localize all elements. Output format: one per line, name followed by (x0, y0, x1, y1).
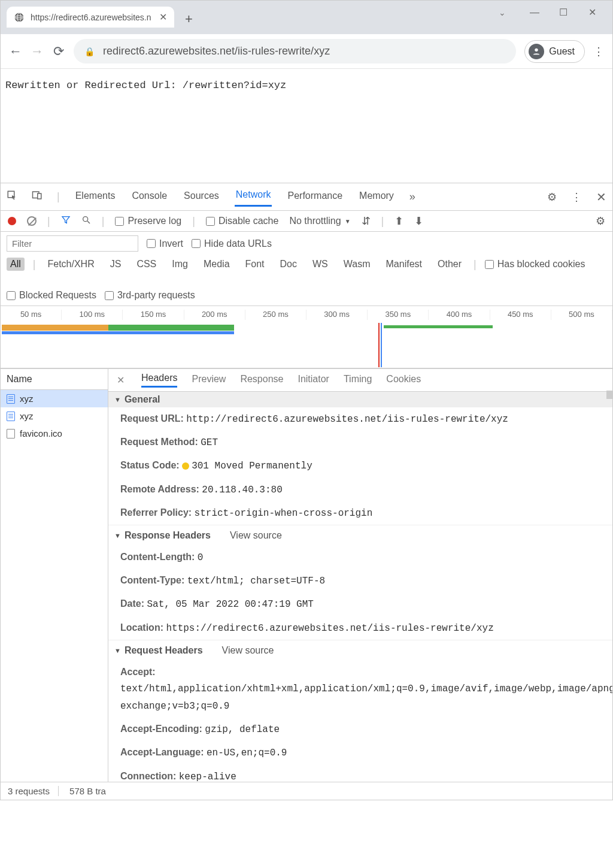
hide-data-urls-checkbox[interactable]: Hide data URLs (192, 238, 272, 249)
request-row[interactable]: xyz (1, 390, 108, 407)
lock-icon[interactable]: 🔒 (84, 47, 95, 56)
filter-doc[interactable]: Doc (277, 258, 301, 271)
time-tick: 100 ms (62, 310, 123, 320)
tab-response[interactable]: Response (240, 374, 283, 387)
filter-other[interactable]: Other (434, 258, 465, 271)
tab-timing[interactable]: Timing (344, 374, 372, 387)
load-event-line (378, 323, 380, 367)
filter-input[interactable] (7, 235, 138, 252)
chevron-down-icon[interactable]: ⌄ (497, 8, 507, 17)
network-conditions-icon[interactable]: ⇵ (362, 214, 371, 228)
header-value: GET (201, 437, 218, 448)
reload-button[interactable]: ⟳ (52, 44, 65, 59)
header-key: Request URL: (120, 413, 186, 424)
scrollbar-thumb[interactable] (606, 391, 612, 399)
profile-button[interactable]: Guest (524, 40, 585, 63)
tab-close-icon[interactable]: ✕ (159, 11, 167, 23)
tab-title: https://redirect6.azurewebsites.n (31, 13, 151, 22)
filter-all[interactable]: All (7, 258, 25, 271)
section-general[interactable]: ▼General (108, 392, 612, 407)
filter-manifest[interactable]: Manifest (383, 258, 426, 271)
timeline-overview[interactable]: 50 ms100 ms150 ms200 ms250 ms300 ms350 m… (1, 306, 612, 368)
minimize-button[interactable]: — (530, 7, 539, 18)
header-row: Location: https://redirect6.azurewebsite… (108, 616, 612, 640)
header-row: Status Code: 301 Moved Permanently (108, 454, 612, 477)
section-response-headers[interactable]: ▼Response HeadersView source (108, 525, 612, 546)
filter-wasm[interactable]: Wasm (340, 258, 374, 271)
svg-line-9 (87, 221, 90, 223)
network-controls: | | Preserve log | Disable cache No thro… (1, 211, 612, 232)
upload-har-icon[interactable]: ⬆ (394, 214, 403, 228)
time-tick: 300 ms (306, 310, 368, 320)
throttling-select[interactable]: No throttling▼ (289, 216, 350, 226)
filter-css[interactable]: CSS (133, 258, 160, 271)
tab-elements[interactable]: Elements (74, 188, 117, 206)
devtools-menu-icon[interactable]: ⋮ (571, 190, 582, 204)
back-button[interactable]: ← (9, 44, 22, 59)
tab-cookies[interactable]: Cookies (386, 374, 421, 387)
blocked-requests-checkbox[interactable]: Blocked Requests (7, 290, 96, 301)
invert-checkbox[interactable]: Invert (147, 238, 183, 249)
time-tick: 200 ms (184, 310, 245, 320)
device-toggle-icon[interactable] (32, 190, 43, 204)
header-value: 0 (198, 552, 204, 563)
tab-sources[interactable]: Sources (183, 188, 220, 206)
filter-media[interactable]: Media (200, 258, 233, 271)
view-source-link[interactable]: View source (230, 530, 282, 541)
filter-ws[interactable]: WS (309, 258, 332, 271)
header-value: strict-origin-when-cross-origin (195, 508, 373, 519)
timeline-bar-scripting (384, 325, 493, 328)
address-bar[interactable]: 🔒 redirect6.azurewebsites.net/iis-rules-… (74, 39, 516, 63)
page-content: Rewritten or Redirected Url: /rewritten?… (1, 69, 612, 183)
inspect-icon[interactable] (7, 190, 17, 204)
tab-memory[interactable]: Memory (358, 188, 395, 206)
disable-cache-checkbox[interactable]: Disable cache (206, 216, 279, 226)
tab-console[interactable]: Console (131, 188, 168, 206)
request-list-header[interactable]: Name (1, 369, 108, 390)
tab-network[interactable]: Network (235, 187, 272, 207)
filter-font[interactable]: Font (242, 258, 268, 271)
maximize-button[interactable]: ☐ (559, 7, 568, 18)
header-row: Request Method: GET (108, 431, 612, 454)
header-key: Connection: (120, 771, 179, 781)
third-party-checkbox[interactable]: 3rd-party requests (105, 290, 195, 301)
browser-menu-icon[interactable]: ⋮ (593, 45, 604, 58)
record-button[interactable] (8, 217, 16, 225)
forward-button[interactable]: → (31, 44, 44, 59)
filter-img[interactable]: Img (168, 258, 192, 271)
details-close-icon[interactable]: ✕ (117, 374, 125, 386)
tab-headers[interactable]: Headers (141, 373, 177, 388)
network-status-bar: 3 requests 578 B tra (1, 782, 612, 800)
new-tab-button[interactable]: + (185, 11, 193, 27)
view-source-link[interactable]: View source (222, 645, 274, 656)
filter-fetch[interactable]: Fetch/XHR (44, 258, 98, 271)
section-request-headers[interactable]: ▼Request HeadersView source (108, 640, 612, 661)
preserve-log-checkbox[interactable]: Preserve log (115, 216, 181, 226)
gear-icon[interactable]: ⚙ (547, 190, 557, 204)
url-text: redirect6.azurewebsites.net/iis-rules-re… (103, 45, 330, 58)
tab-performance[interactable]: Performance (286, 188, 344, 206)
clear-button[interactable] (27, 216, 37, 226)
has-blocked-checkbox[interactable]: Has blocked cookies (485, 259, 585, 270)
header-value: en-US,en;q=0.9 (207, 748, 287, 758)
svg-rect-7 (38, 193, 41, 199)
status-transferred: 578 B tra (69, 786, 114, 796)
more-tabs-icon[interactable]: » (409, 190, 415, 203)
request-row[interactable]: xyz (1, 407, 108, 425)
header-row: Date: Sat, 05 Mar 2022 00:47:19 GMT (108, 592, 612, 616)
search-icon[interactable] (81, 215, 91, 228)
tab-preview[interactable]: Preview (192, 374, 226, 387)
globe-icon (14, 12, 25, 23)
network-settings-icon[interactable]: ⚙ (596, 214, 605, 228)
header-row: Remote Address: 20.118.40.3:80 (108, 478, 612, 501)
filter-icon[interactable] (61, 215, 71, 227)
download-har-icon[interactable]: ⬇ (414, 214, 423, 228)
browser-tab[interactable]: https://redirect6.azurewebsites.n ✕ (7, 7, 174, 28)
request-row[interactable]: favicon.ico (1, 425, 108, 442)
tab-initiator[interactable]: Initiator (298, 374, 329, 387)
header-value: 301 Moved Permanently (192, 461, 312, 471)
devtools-close-icon[interactable]: ✕ (596, 190, 606, 204)
close-button[interactable]: ✕ (587, 7, 597, 18)
filter-js[interactable]: JS (107, 258, 125, 271)
domcontent-line (381, 323, 382, 367)
